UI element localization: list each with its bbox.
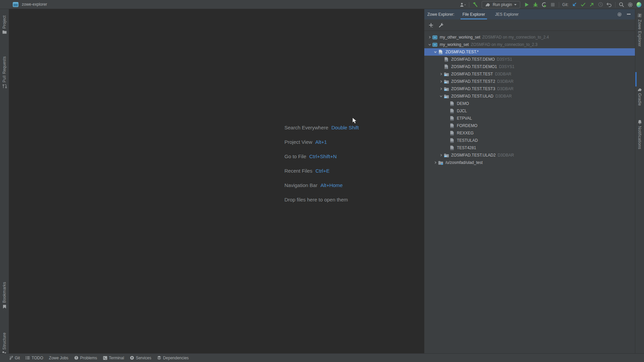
sidebar-item-project[interactable]: Project (0, 15, 9, 34)
tree-row[interactable]: DS ZOSMFAD.TEST.TEST3 D3DBAR (424, 85, 635, 93)
status-bar: Git TODO Zowe Jobs Problems Terminal Ser… (0, 353, 644, 362)
run-configuration-select[interactable]: Run plugin (482, 1, 520, 8)
statusbar-git[interactable]: Git (9, 356, 20, 360)
git-push-button[interactable] (587, 1, 596, 9)
svg-text:DS: DS (445, 67, 447, 69)
zowe-explorer-panel: Zowe Explorer: File Explorer JES Explore… (424, 9, 635, 353)
terminal-icon (103, 356, 107, 360)
dataset-file-icon: DS (444, 64, 449, 69)
chevron-right-icon[interactable] (433, 161, 438, 164)
member-file-icon: MEM (449, 109, 455, 113)
sidebar-item-gradle[interactable]: Gradle (635, 88, 644, 106)
svg-text:MEM: MEM (450, 126, 454, 128)
settings-gear-button[interactable] (626, 1, 635, 9)
statusbar-terminal[interactable]: Terminal (103, 356, 124, 360)
tree-row[interactable]: DS ZOSMFAD.TEST.DEMO1 D3SYS1 (424, 63, 635, 70)
toolbar-separator (469, 2, 469, 7)
code-with-me-sphere-icon[interactable] (635, 1, 643, 9)
svg-text:MEM: MEM (450, 112, 454, 113)
chevron-down-icon[interactable] (427, 43, 432, 46)
statusbar-dependencies[interactable]: Dependencies (157, 356, 189, 360)
shortcut-hint-row: Recent Files Ctrl+E (284, 168, 359, 182)
git-commit-button[interactable] (579, 1, 587, 9)
build-hammer-button[interactable] (471, 1, 480, 9)
git-branch-icon (9, 356, 13, 360)
sidebar-item-structure[interactable]: Structure (0, 333, 9, 355)
dataset-file-icon: DS (444, 57, 449, 62)
svg-text:DS: DS (444, 74, 447, 76)
working-set-icon (432, 35, 438, 40)
sidebar-item-bookmarks[interactable]: Bookmarks (0, 282, 9, 309)
sidebar-item-notifications[interactable]: Notifications (635, 120, 644, 149)
history-clock-button[interactable] (596, 1, 605, 9)
chevron-right-icon[interactable] (438, 154, 444, 157)
search-everywhere-button[interactable] (617, 1, 626, 9)
tree-row[interactable]: DS ZOSMFAD.TEST.ULAD D3DBAR (424, 93, 635, 100)
tab-file-explorer[interactable]: File Explorer (463, 9, 485, 19)
tree-row[interactable]: MEM ETPVAL (424, 115, 635, 122)
shortcut-hint-row: Search Everywhere Double Shift (284, 125, 359, 139)
tree-row[interactable]: MEM DEMO (424, 100, 635, 107)
chevron-right-icon[interactable] (438, 73, 444, 75)
gradle-elephant-icon (637, 88, 642, 92)
stop-button[interactable] (548, 1, 557, 9)
tree-row[interactable]: /u/zosmfad/ulad_test (424, 159, 635, 166)
zowe-icon: Z (637, 13, 642, 18)
chevron-down-icon[interactable] (438, 95, 444, 98)
statusbar-problems[interactable]: Problems (74, 356, 97, 360)
tree-row[interactable]: my_working_set ZOSMFAD on my_connection_… (424, 41, 635, 48)
chevron-right-icon[interactable] (427, 36, 432, 39)
tree-row[interactable]: DS ZOSMFAD.TEST.DEMO D3SYS1 (424, 56, 635, 63)
tree-row[interactable]: DS ZOSMFAD.TEST.TEST2 D3DBAR (424, 78, 635, 85)
user-account-button[interactable] (459, 1, 467, 9)
dataset-folder-icon: DS (444, 87, 449, 91)
rollback-undo-button[interactable] (605, 1, 613, 9)
tree-row[interactable]: DS ZOSMFAD.TEST.ULAD2 D3DBAR (424, 152, 635, 159)
mouse-cursor (352, 117, 357, 124)
app-window-icon[interactable] (13, 2, 18, 7)
dataset-folder-icon: DS (444, 94, 449, 99)
svg-text:Z: Z (639, 14, 641, 17)
member-file-icon: MEM (449, 123, 455, 128)
uss-folder-icon (438, 161, 444, 165)
tree-row[interactable]: MEM TEST4281 (424, 144, 635, 152)
debug-button[interactable] (531, 1, 540, 9)
member-file-icon: MEM (449, 138, 455, 143)
dataset-folder-icon: DS (444, 72, 449, 76)
svg-text:MEM: MEM (450, 148, 454, 150)
left-tool-stripe: Project Pull Requests Bookmarks Structur… (0, 9, 9, 353)
tree-row[interactable]: MEM TESTULAD (424, 137, 635, 144)
chevron-right-icon[interactable] (438, 80, 444, 83)
statusbar-todo[interactable]: TODO (25, 356, 43, 360)
chevron-down-icon[interactable] (433, 51, 438, 53)
add-button[interactable] (429, 23, 433, 27)
svg-text:MEM: MEM (450, 134, 454, 135)
chevron-right-icon[interactable] (438, 87, 444, 90)
tree-row[interactable]: MEM FORDEMO (424, 122, 635, 129)
chevron-down-icon (514, 4, 517, 6)
tree-row[interactable]: DS ZOSMFAD.TEST.TEST D3DBAR (424, 70, 635, 78)
tree-row[interactable]: my_other_working_set ZOSMFAD on my_conne… (424, 34, 635, 41)
sidebar-item-pull-requests[interactable]: Pull Requests (0, 56, 9, 88)
panel-settings-gear-icon[interactable] (617, 12, 622, 17)
statusbar-services[interactable]: Services (130, 356, 151, 360)
tool-window-title: Zowe Explorer: (427, 12, 454, 17)
dataset-mask-icon: DS (438, 50, 444, 54)
tool-window-header: Zowe Explorer: File Explorer JES Explore… (424, 9, 635, 19)
tree-row-selected[interactable]: DS ZOSMFAD.TEST.* (424, 48, 635, 56)
tree-row[interactable]: MEM DJCL (424, 107, 635, 115)
profiler-button[interactable] (540, 1, 548, 9)
right-tool-stripe: Z Zowe Explorer Gradle Notifications (635, 9, 644, 353)
statusbar-zowe-jobs[interactable]: Zowe Jobs (49, 356, 68, 360)
drop-files-hint: Drop files here to open them (284, 197, 359, 211)
tab-jes-explorer[interactable]: JES Explorer (495, 9, 519, 19)
hide-panel-icon[interactable] (627, 14, 631, 15)
sidebar-item-zowe-explorer[interactable]: Z Zowe Explorer (635, 13, 644, 47)
panel-toolbar (424, 19, 635, 31)
toolbar-separator (559, 2, 559, 7)
git-update-button[interactable] (570, 1, 579, 9)
shortcut-hint-row: Go to File Ctrl+Shift+N (284, 154, 359, 168)
tree-row[interactable]: MEM REXXEG (424, 129, 635, 137)
wrench-settings-button[interactable] (438, 23, 443, 27)
run-button[interactable] (522, 1, 531, 9)
